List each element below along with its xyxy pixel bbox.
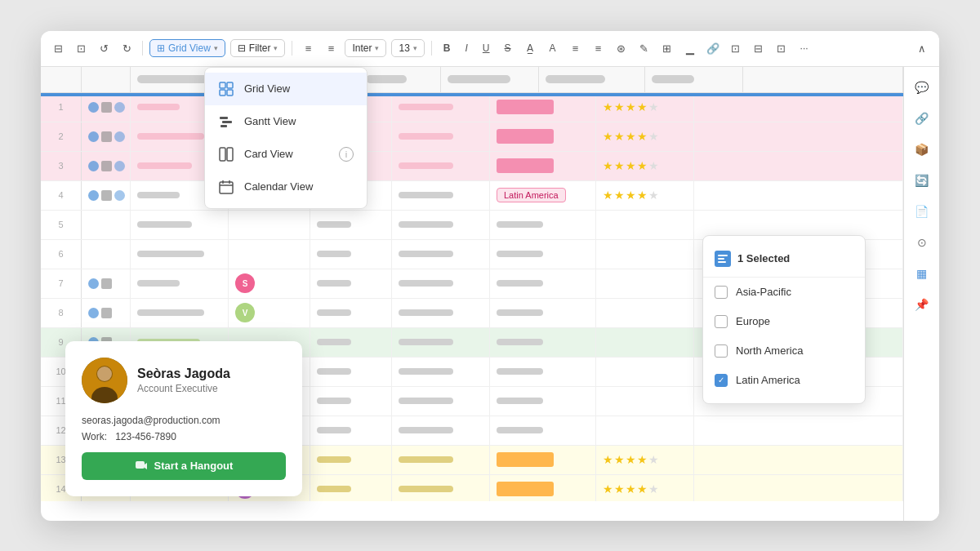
sidebar-icon-4[interactable]: 📄 bbox=[910, 199, 934, 224]
region-option-latin-america[interactable]: Latin America bbox=[703, 366, 865, 395]
calendar-view-menu-label: Calendar View bbox=[244, 180, 313, 193]
sidebar-icon-2[interactable]: 📦 bbox=[910, 137, 934, 162]
highlight-icon[interactable]: A bbox=[544, 39, 562, 57]
more-button[interactable]: ··· bbox=[795, 39, 813, 57]
row-number: 8 bbox=[41, 299, 82, 327]
rating-cell: ★★★★ ★ bbox=[596, 93, 694, 122]
comment-icon[interactable]: ⊟ bbox=[750, 39, 768, 57]
c4-cell bbox=[490, 299, 596, 327]
latin-america-checkbox[interactable] bbox=[715, 374, 728, 387]
column-headers bbox=[41, 67, 903, 93]
view-item-grid[interactable]: Grid View bbox=[205, 73, 367, 105]
list-icon[interactable]: ≡ bbox=[590, 39, 608, 57]
table-row[interactable]: 1 bbox=[41, 93, 903, 122]
star: ★ bbox=[614, 130, 625, 143]
region-option-asia[interactable]: Asia-Pacific bbox=[703, 278, 865, 307]
star: ★ bbox=[637, 189, 648, 202]
c2-cell bbox=[310, 299, 392, 327]
svg-rect-3 bbox=[227, 90, 233, 96]
c2-cell bbox=[310, 416, 392, 445]
c1-cell bbox=[229, 240, 310, 269]
row-number-header bbox=[41, 67, 82, 92]
strikethrough-button[interactable]: S bbox=[500, 39, 516, 57]
collapse-icon[interactable]: ∧ bbox=[913, 39, 931, 57]
hangout-icon bbox=[135, 460, 148, 473]
contact-email: seoras.jagoda@production.com bbox=[82, 415, 286, 426]
sidebar-icon-1[interactable]: 🔗 bbox=[910, 106, 934, 131]
grid-view-button[interactable]: ⊞ Grid View ▾ bbox=[149, 39, 225, 57]
gantt-icon bbox=[218, 113, 234, 130]
star: ★ bbox=[603, 130, 613, 143]
star: ★ bbox=[603, 189, 613, 202]
italic-button[interactable]: I bbox=[461, 39, 473, 57]
align-right-icon[interactable]: ≡ bbox=[322, 39, 340, 57]
table-icon[interactable]: ⊞ bbox=[658, 39, 676, 57]
start-hangout-button[interactable]: Start a Hangout bbox=[82, 452, 286, 480]
star: ★ bbox=[626, 100, 636, 113]
sidebar-icon-5[interactable]: ⊙ bbox=[910, 230, 934, 255]
filter-button[interactable]: ⊟ Filter ▾ bbox=[230, 39, 286, 57]
size-button[interactable]: 13 ▾ bbox=[391, 39, 424, 57]
c2-cell bbox=[310, 358, 392, 386]
pen-icon[interactable]: ✎ bbox=[635, 39, 653, 57]
divider-3 bbox=[431, 41, 432, 56]
north-america-checkbox[interactable] bbox=[715, 344, 728, 358]
grid-view-caret: ▾ bbox=[214, 44, 218, 52]
asia-checkbox[interactable] bbox=[715, 286, 728, 299]
align-left-icon[interactable]: ≡ bbox=[299, 39, 317, 57]
image-icon[interactable]: ⊡ bbox=[727, 39, 745, 57]
font-button[interactable]: Inter ▾ bbox=[345, 39, 386, 57]
row-icon-extra bbox=[114, 102, 125, 113]
svg-rect-14 bbox=[718, 258, 724, 260]
embed-icon[interactable]: ⊡ bbox=[773, 39, 791, 57]
table-row[interactable]: 3 G bbox=[41, 152, 903, 181]
view-item-gantt[interactable]: Gantt View bbox=[205, 105, 367, 138]
region-option-north-america[interactable]: North America bbox=[703, 336, 865, 366]
table-row[interactable]: 4 J bbox=[41, 181, 903, 211]
view-item-card[interactable]: Card View i bbox=[205, 138, 367, 171]
print-icon[interactable]: ⊡ bbox=[72, 39, 90, 57]
row-number: 3 bbox=[41, 152, 82, 180]
underline-button[interactable]: U bbox=[478, 39, 495, 57]
divider-1 bbox=[142, 41, 143, 56]
align-icon[interactable]: ≡ bbox=[567, 39, 585, 57]
link-icon[interactable]: 🔗 bbox=[704, 39, 722, 57]
formula-icon[interactable]: ⊛ bbox=[612, 39, 630, 57]
rating-cell bbox=[596, 269, 694, 298]
c2-cell bbox=[310, 328, 392, 357]
undo-icon[interactable]: ↺ bbox=[95, 39, 113, 57]
region-option-europe[interactable]: Europe bbox=[703, 307, 865, 336]
stars: ★★★★ ★ bbox=[603, 159, 659, 172]
sidebar-icon-3[interactable]: 🔄 bbox=[910, 168, 934, 193]
c4-cell bbox=[490, 211, 596, 239]
rating-cell: ★★★★ ★ bbox=[596, 152, 694, 180]
underline2-icon[interactable]: ▁ bbox=[681, 39, 699, 57]
c4-col-header bbox=[539, 67, 645, 92]
card-view-info-icon[interactable]: i bbox=[339, 147, 354, 162]
text-color-icon[interactable]: A̲ bbox=[521, 39, 539, 57]
filter-label: Filter bbox=[249, 42, 271, 54]
sidebar-icon-pin[interactable]: 📌 bbox=[910, 292, 934, 317]
europe-checkbox[interactable] bbox=[715, 315, 728, 328]
star: ★ bbox=[626, 482, 636, 495]
contact-phone: Work: 123-456-7890 bbox=[82, 431, 286, 442]
sidebar-icon-0[interactable]: 💬 bbox=[910, 75, 934, 100]
table-row[interactable]: 2 D bbox=[41, 122, 903, 152]
star: ★ bbox=[614, 159, 625, 172]
save-icon[interactable]: ⊟ bbox=[49, 39, 67, 57]
row-icon-comment bbox=[101, 308, 112, 318]
selected-label: 1 Selected bbox=[737, 252, 790, 264]
filter-icon: ⊟ bbox=[238, 42, 246, 54]
main-window: ⊟ ⊡ ↺ ↻ ⊞ Grid View ▾ ⊟ Filter ▾ ≡ ≡ Int… bbox=[41, 31, 939, 521]
row-icon-comment bbox=[101, 102, 112, 113]
toolbar: ⊟ ⊡ ↺ ↻ ⊞ Grid View ▾ ⊟ Filter ▾ ≡ ≡ Int… bbox=[41, 31, 939, 67]
sidebar-icon-6[interactable]: ▦ bbox=[910, 261, 934, 286]
redo-icon[interactable]: ↻ bbox=[118, 39, 136, 57]
name-cell bbox=[131, 269, 229, 298]
c4-cell bbox=[490, 387, 596, 415]
bold-button[interactable]: B bbox=[439, 39, 456, 57]
c4-cell bbox=[490, 328, 596, 357]
view-item-calendar[interactable]: Calendar View bbox=[205, 171, 367, 203]
c3-cell bbox=[392, 269, 490, 298]
star: ★ bbox=[614, 189, 625, 202]
